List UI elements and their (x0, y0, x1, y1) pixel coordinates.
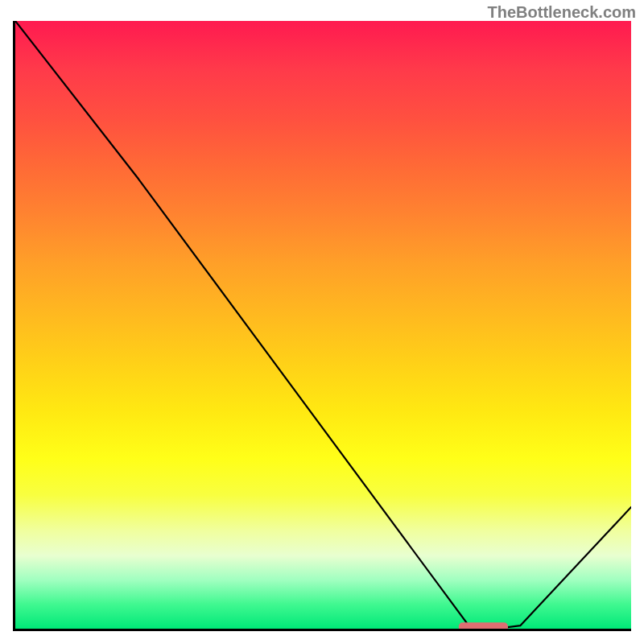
bottleneck-curve-line (15, 21, 631, 629)
chart-svg (15, 21, 631, 629)
chart-plot-area (13, 21, 631, 631)
optimal-range-marker (459, 622, 508, 629)
watermark-text: TheBottleneck.com (488, 3, 636, 22)
